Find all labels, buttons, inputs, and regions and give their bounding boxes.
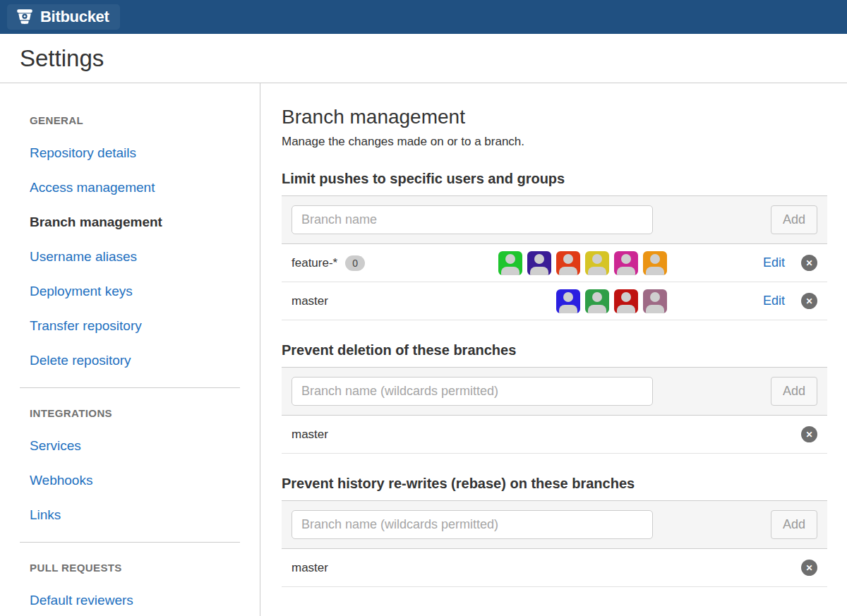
avatar-head (621, 292, 631, 302)
sidebar-item-link[interactable]: Username aliases (30, 249, 137, 264)
sidebar-section-heading: PULL REQUESTS (30, 562, 240, 574)
user-avatar (556, 289, 580, 313)
branch-name-input[interactable] (292, 510, 653, 539)
avatar-head (534, 254, 544, 264)
sidebar-section-heading: INTEGRATIONS (30, 407, 240, 419)
avatar-head (505, 254, 515, 264)
sidebar-item-link[interactable]: Services (30, 438, 81, 453)
brand-name: Bitbucket (40, 8, 109, 26)
avatar-torso (617, 305, 635, 313)
branch-name-input[interactable] (292, 377, 653, 406)
avatar-torso (617, 267, 635, 275)
bitbucket-bucket-icon (16, 8, 34, 26)
add-branch-form: Add (282, 500, 827, 548)
avatar-torso (559, 305, 577, 313)
branch-rule-section: Prevent history re-writes (rebase) on th… (282, 476, 827, 587)
rule-section-heading: Limit pushes to specific users and group… (282, 171, 827, 187)
avatar-head (563, 254, 573, 264)
branch-management-panel: Branch management Manage the changes mad… (260, 83, 847, 616)
user-avatar (614, 251, 638, 275)
add-button[interactable]: Add (771, 377, 817, 406)
edit-link[interactable]: Edit (763, 294, 785, 308)
avatar-torso (501, 267, 519, 275)
avatar-head (592, 254, 602, 264)
avatar-head (592, 292, 602, 302)
add-branch-form: Add (282, 367, 827, 415)
avatar-head (650, 292, 660, 302)
user-avatar (643, 251, 667, 275)
sidebar-item-link[interactable]: Links (30, 507, 61, 522)
sidebar-item-access-management[interactable]: Access management (30, 180, 240, 195)
sidebar-item-link[interactable]: Transfer repository (30, 318, 142, 333)
avatar-group (556, 289, 667, 313)
sidebar-item-delete-repository[interactable]: Delete repository (30, 353, 240, 368)
sidebar-item-deployment-keys[interactable]: Deployment keys (30, 284, 240, 299)
sidebar-item-link[interactable]: Deployment keys (30, 284, 133, 298)
sidebar-item-link[interactable]: Repository details (30, 145, 136, 160)
avatar-head (563, 292, 573, 302)
sidebar-section: PULL REQUESTS Default reviewers (20, 542, 240, 608)
rule-section-heading: Prevent deletion of these branches (282, 342, 827, 358)
branch-row: feature-* 0 Edit ✕ (282, 244, 827, 282)
remove-button[interactable]: ✕ (801, 255, 817, 271)
sidebar-item-default-reviewers[interactable]: Default reviewers (30, 593, 240, 608)
avatar-head (621, 254, 631, 264)
branch-name: master (292, 294, 328, 308)
sidebar-item-username-aliases[interactable]: Username aliases (30, 249, 240, 265)
avatar-torso (530, 267, 548, 275)
app-header: Bitbucket (0, 0, 847, 34)
sidebar-section: INTEGRATIONS ServicesWebhooksLinks (20, 387, 240, 523)
branch-name: master (292, 428, 328, 442)
sidebar-item-transfer-repository[interactable]: Transfer repository (30, 318, 240, 334)
sidebar-item-webhooks[interactable]: Webhooks (30, 473, 240, 488)
avatar-torso (646, 267, 664, 275)
edit-link[interactable]: Edit (763, 255, 785, 270)
branch-row: master ✕ (282, 416, 827, 454)
avatar-group (498, 251, 667, 275)
rule-section-heading: Prevent history re-writes (rebase) on th… (282, 476, 827, 492)
avatar-torso (559, 267, 577, 275)
section-subtitle: Manage the changes made on or to a branc… (282, 135, 827, 149)
sidebar-item-link[interactable]: Webhooks (30, 473, 92, 488)
avatar-torso (588, 305, 606, 313)
avatar-head (650, 254, 660, 264)
sidebar-item-repository-details[interactable]: Repository details (30, 145, 240, 161)
branch-row: master Edit ✕ (282, 282, 827, 320)
remove-button[interactable]: ✕ (801, 426, 817, 442)
add-button[interactable]: Add (771, 510, 817, 539)
user-avatar (614, 289, 638, 313)
sidebar-section-heading: GENERAL (30, 114, 240, 126)
remove-button[interactable]: ✕ (801, 560, 817, 576)
sidebar-item-services[interactable]: Services (30, 438, 240, 454)
add-button[interactable]: Add (771, 205, 817, 234)
add-branch-form: Add (282, 195, 827, 243)
avatar-torso (646, 305, 664, 313)
sidebar-item-link[interactable]: Delete repository (30, 353, 131, 368)
branch-row: master ✕ (282, 549, 827, 587)
user-avatar (643, 289, 667, 313)
user-avatar (585, 289, 609, 313)
user-avatar (556, 251, 580, 275)
sidebar-item-link[interactable]: Default reviewers (30, 593, 133, 608)
settings-sidebar: GENERAL Repository detailsAccess managem… (0, 83, 260, 616)
branch-name: master (292, 561, 328, 575)
user-avatar (498, 251, 522, 275)
branch-rule-section: Prevent deletion of these branches Add m… (282, 342, 827, 454)
branch-rule-section: Limit pushes to specific users and group… (282, 171, 827, 320)
bitbucket-logo-link[interactable]: Bitbucket (7, 4, 120, 30)
sidebar-item-active[interactable]: Branch management (30, 215, 240, 230)
sidebar-item-links[interactable]: Links (30, 507, 240, 523)
count-badge: 0 (345, 255, 365, 271)
branch-name-input[interactable] (292, 205, 653, 234)
user-avatar (527, 251, 551, 275)
sidebar-item-link[interactable]: Access management (30, 180, 155, 195)
page-title-bar: Settings (0, 34, 847, 83)
user-avatar (585, 251, 609, 275)
branch-name: feature-* (292, 256, 337, 270)
page-title: Settings (20, 45, 847, 72)
section-title: Branch management (282, 106, 827, 128)
remove-button[interactable]: ✕ (801, 293, 817, 309)
avatar-torso (588, 267, 606, 275)
sidebar-section: GENERAL Repository detailsAccess managem… (20, 114, 240, 368)
